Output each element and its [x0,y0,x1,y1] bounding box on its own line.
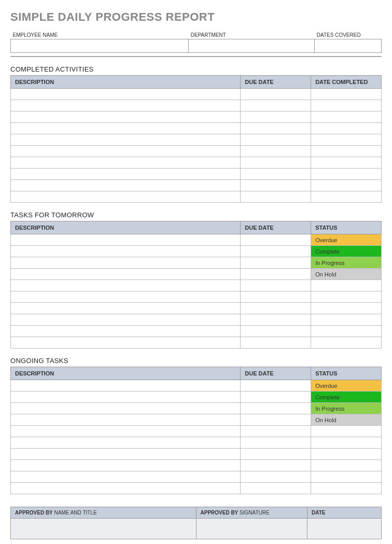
table-cell[interactable] [311,169,382,180]
table-cell[interactable] [311,146,382,157]
table-cell[interactable] [11,191,241,203]
table-cell[interactable] [11,234,241,246]
status-cell[interactable]: Complete [311,246,382,257]
table-cell[interactable] [11,460,241,471]
table-cell[interactable] [241,460,311,471]
table-cell[interactable] [311,157,382,169]
table-cell[interactable] [11,380,241,392]
table-cell[interactable] [11,111,241,123]
table-cell[interactable] [11,392,241,403]
table-cell[interactable] [11,337,241,348]
table-cell[interactable] [11,246,241,257]
table-cell[interactable] [11,157,241,169]
table-cell[interactable] [11,100,241,111]
table-cell[interactable] [241,246,311,257]
table-cell[interactable] [241,483,311,494]
table-cell[interactable] [11,437,241,449]
table-cell[interactable] [311,100,382,111]
table-cell[interactable] [11,403,241,414]
table-cell[interactable] [241,414,311,426]
status-cell[interactable]: Complete [311,392,382,403]
approved-name-title-label: APPROVED BY NAME AND TITLE [11,507,197,519]
table-cell[interactable] [241,403,311,414]
table-cell[interactable] [241,471,311,483]
table-cell[interactable] [11,257,241,269]
table-cell[interactable] [241,392,311,403]
table-cell[interactable] [11,134,241,146]
status-cell[interactable] [311,314,382,326]
header-info-table: EMPLOYEE NAME DEPARTMENT DATES COVERED [10,31,382,53]
table-cell[interactable] [11,146,241,157]
table-cell[interactable] [11,123,241,134]
department-field[interactable] [189,39,315,53]
status-cell[interactable] [311,437,382,449]
table-cell[interactable] [241,157,311,169]
table-cell[interactable] [241,169,311,180]
table-cell[interactable] [241,314,311,326]
table-cell[interactable] [241,234,311,246]
table-cell[interactable] [311,180,382,191]
status-cell[interactable] [311,280,382,291]
table-cell[interactable] [241,326,311,337]
table-cell[interactable] [311,89,382,100]
status-cell[interactable] [311,426,382,437]
table-cell[interactable] [241,449,311,460]
status-cell[interactable]: On Hold [311,414,382,426]
status-cell[interactable]: Overdue [311,234,382,246]
table-cell[interactable] [311,123,382,134]
table-cell[interactable] [11,169,241,180]
table-cell[interactable] [241,180,311,191]
table-cell[interactable] [11,449,241,460]
table-cell[interactable] [11,426,241,437]
status-cell[interactable]: On Hold [311,269,382,280]
table-cell[interactable] [241,426,311,437]
table-cell[interactable] [11,483,241,494]
table-cell[interactable] [241,303,311,314]
dates-covered-field[interactable] [315,39,382,53]
table-cell[interactable] [11,180,241,191]
status-cell[interactable] [311,303,382,314]
status-cell[interactable]: In Progress [311,257,382,269]
table-cell[interactable] [311,111,382,123]
table-cell[interactable] [11,471,241,483]
table-cell[interactable] [11,89,241,100]
table-row [11,449,382,460]
table-cell[interactable] [241,89,311,100]
table-cell[interactable] [241,123,311,134]
status-cell[interactable]: Overdue [311,380,382,392]
table-cell[interactable] [11,280,241,291]
table-cell[interactable] [241,280,311,291]
table-cell[interactable] [241,191,311,203]
status-cell[interactable] [311,326,382,337]
approved-date-field[interactable] [307,519,382,539]
status-cell[interactable]: In Progress [311,403,382,414]
table-cell[interactable] [11,314,241,326]
approved-signature-field[interactable] [196,519,307,539]
approved-name-title-field[interactable] [11,519,197,539]
table-cell[interactable] [241,134,311,146]
table-cell[interactable] [11,303,241,314]
table-cell[interactable] [241,111,311,123]
status-cell[interactable] [311,483,382,494]
status-cell[interactable] [311,337,382,348]
status-cell[interactable] [311,291,382,303]
table-cell[interactable] [311,191,382,203]
status-cell[interactable] [311,460,382,471]
table-cell[interactable] [241,437,311,449]
table-cell[interactable] [11,326,241,337]
table-row [11,280,382,291]
status-cell[interactable] [311,471,382,483]
table-cell[interactable] [241,337,311,348]
table-cell[interactable] [241,257,311,269]
status-cell[interactable] [311,449,382,460]
table-cell[interactable] [241,291,311,303]
table-cell[interactable] [11,291,241,303]
table-cell[interactable] [241,380,311,392]
table-cell[interactable] [311,134,382,146]
table-cell[interactable] [11,414,241,426]
employee-name-field[interactable] [11,39,189,53]
table-cell[interactable] [241,100,311,111]
table-cell[interactable] [241,269,311,280]
table-cell[interactable] [11,269,241,280]
table-cell[interactable] [241,146,311,157]
